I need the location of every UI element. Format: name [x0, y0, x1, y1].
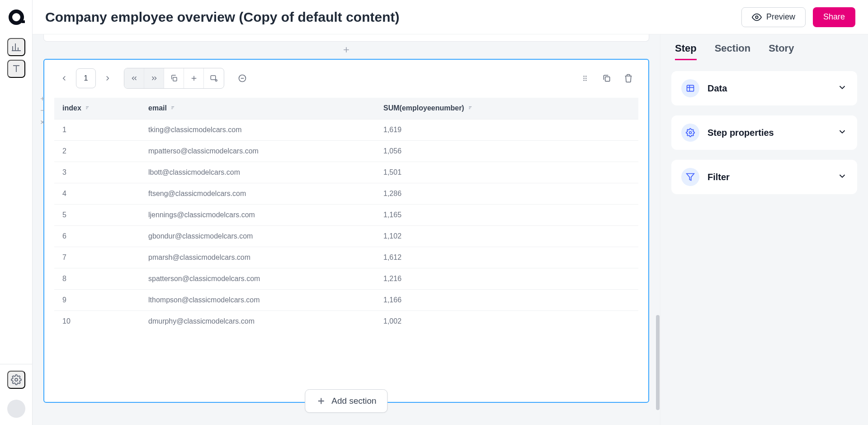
row-settings-icon[interactable] [38, 118, 47, 127]
section-card[interactable]: 1 index emai [43, 59, 649, 403]
accordion-filter[interactable]: Filter [671, 160, 857, 194]
accordion-data[interactable]: Data [671, 71, 857, 105]
svg-point-11 [585, 78, 586, 79]
table-row[interactable]: 8spatterson@classicmodelcars.com1,216 [54, 268, 638, 289]
row-add-icon[interactable] [38, 94, 47, 103]
right-panel: StepSectionStory DataStep propertiesFilt… [660, 34, 868, 425]
table-row[interactable]: 2mpatterso@classicmodelcars.com1,056 [54, 140, 638, 162]
panel-tab-story[interactable]: Story [769, 43, 794, 60]
svg-rect-4 [173, 77, 176, 81]
cell-email: pmarsh@classicmodelcars.com [140, 247, 375, 268]
cell-sum: 1,501 [375, 162, 638, 183]
add-step-button[interactable] [184, 68, 204, 88]
table-row[interactable]: 10dmurphy@classicmodelcars.com1,002 [54, 310, 638, 332]
cell-sum: 1,612 [375, 247, 638, 268]
svg-rect-14 [605, 77, 610, 81]
cell-email: ljennings@classicmodelcars.com [140, 204, 375, 225]
add-section-button[interactable]: Add section [305, 389, 387, 413]
accordion-title: Filter [708, 172, 829, 182]
cell-sum: 1,619 [375, 119, 638, 140]
prev-page-button[interactable] [54, 68, 74, 88]
section-toolbar: 1 [54, 68, 638, 89]
cell-index: 2 [54, 140, 140, 162]
table-row[interactable]: 5ljennings@classicmodelcars.com1,165 [54, 204, 638, 225]
last-step-button[interactable] [144, 68, 164, 88]
svg-point-10 [584, 78, 585, 79]
cell-index: 4 [54, 183, 140, 204]
cell-index: 6 [54, 225, 140, 247]
app-logo[interactable] [7, 8, 25, 26]
duplicate-step-button[interactable] [164, 68, 184, 88]
panel-tabs: StepSectionStory [675, 43, 857, 60]
row-remove-icon[interactable] [38, 106, 47, 115]
plus-icon [342, 45, 351, 54]
cell-sum: 1,002 [375, 310, 638, 332]
cell-email: lbott@classicmodelcars.com [140, 162, 375, 183]
cell-email: dmurphy@classicmodelcars.com [140, 310, 375, 332]
left-rail [0, 0, 33, 425]
share-button-label: Share [823, 12, 845, 22]
workspace: 1 index emai [33, 34, 660, 425]
cell-email: tking@classicmodelcars.com [140, 119, 375, 140]
accordion-props[interactable]: Step properties [671, 115, 857, 150]
previous-section-edge [43, 34, 649, 42]
collapse-button[interactable] [232, 68, 252, 88]
duplicate-section-button[interactable] [597, 68, 617, 88]
add-step-between[interactable] [38, 42, 655, 59]
svg-point-12 [584, 80, 585, 81]
workspace-scrollbar[interactable] [656, 315, 660, 410]
table-row[interactable]: 1tking@classicmodelcars.com1,619 [54, 119, 638, 140]
panel-tab-step[interactable]: Step [675, 43, 697, 60]
settings-nav-icon[interactable] [7, 371, 25, 389]
preview-button[interactable]: Preview [741, 7, 806, 27]
section-side-controls [38, 94, 47, 127]
page-indicator[interactable]: 1 [76, 68, 96, 88]
svg-rect-1 [22, 20, 25, 23]
table-row[interactable]: 9lthompson@classicmodelcars.com1,166 [54, 289, 638, 310]
top-bar: Company employee overview (Copy of defau… [33, 0, 868, 34]
cell-email: mpatterso@classicmodelcars.com [140, 140, 375, 162]
panel-tab-section[interactable]: Section [715, 43, 750, 60]
cell-email: gbondur@classicmodelcars.com [140, 225, 375, 247]
page-title: Company employee overview (Copy of defau… [45, 10, 399, 25]
sort-icon [85, 105, 91, 112]
column-header-index[interactable]: index [54, 98, 140, 119]
user-avatar[interactable] [7, 400, 25, 418]
svg-point-2 [15, 378, 18, 381]
cell-sum: 1,216 [375, 268, 638, 289]
table-row[interactable]: 4ftseng@classicmodelcars.com1,286 [54, 183, 638, 204]
share-button[interactable]: Share [813, 7, 855, 27]
add-section-label: Add section [331, 396, 376, 406]
cell-email: lthompson@classicmodelcars.com [140, 289, 375, 310]
chevron-down-icon [837, 82, 847, 94]
svg-point-16 [689, 132, 692, 134]
preview-button-label: Preview [766, 12, 795, 22]
text-nav-icon[interactable] [7, 60, 25, 78]
svg-rect-5 [211, 76, 216, 80]
table-row[interactable]: 7pmarsh@classicmodelcars.com1,612 [54, 247, 638, 268]
accordion-title: Step properties [708, 128, 829, 138]
column-header-sum[interactable]: SUM(employeenumber) [375, 98, 638, 119]
table-row[interactable]: 6gbondur@classicmodelcars.com1,102 [54, 225, 638, 247]
cell-sum: 1,166 [375, 289, 638, 310]
svg-point-6 [215, 80, 217, 81]
cell-index: 3 [54, 162, 140, 183]
chart-nav-icon[interactable] [7, 38, 25, 56]
plus-icon [316, 396, 326, 406]
cell-sum: 1,056 [375, 140, 638, 162]
embed-step-button[interactable] [204, 68, 224, 88]
sort-icon [468, 105, 474, 112]
cell-index: 8 [54, 268, 140, 289]
svg-point-0 [10, 11, 22, 23]
first-step-button[interactable] [124, 68, 144, 88]
cell-index: 9 [54, 289, 140, 310]
delete-section-button[interactable] [618, 68, 638, 88]
table-row[interactable]: 3lbott@classicmodelcars.com1,501 [54, 162, 638, 183]
next-page-button[interactable] [98, 68, 118, 88]
cell-index: 10 [54, 310, 140, 332]
cell-sum: 1,165 [375, 204, 638, 225]
chevron-down-icon [837, 127, 847, 138]
column-header-email[interactable]: email [140, 98, 375, 119]
drag-handle-icon[interactable] [575, 68, 595, 88]
filter-icon [681, 168, 699, 186]
